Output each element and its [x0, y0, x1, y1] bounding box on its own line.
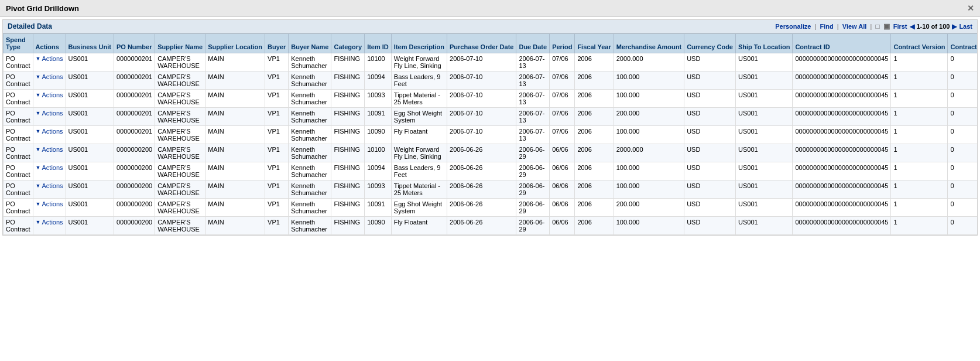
cell-period: 07/06 — [550, 90, 575, 108]
cell-actions[interactable]: ▼Actions — [33, 199, 66, 217]
cell-actions[interactable]: ▼Actions — [33, 126, 66, 144]
cell-currency-code: USD — [684, 126, 736, 144]
cell-buyer: VP1 — [265, 217, 289, 235]
cell-supplier-location: MAIN — [205, 144, 265, 162]
actions-dropdown-arrow[interactable]: ▼ — [36, 92, 41, 98]
cell-merchandise-amount: 100.000 — [614, 90, 684, 108]
cell-contract-line-nbr: 0 — [948, 180, 977, 199]
panel-toolbar: Personalize | Find | View All | □ ▣ Firs… — [775, 22, 972, 30]
chart-icon[interactable]: ▣ — [883, 22, 890, 30]
cell-business-unit: US001 — [66, 126, 114, 144]
cell-supplier-location: MAIN — [205, 180, 265, 199]
actions-dropdown-arrow[interactable]: ▼ — [36, 165, 41, 171]
actions-link[interactable]: Actions — [42, 219, 63, 226]
cell-currency-code: USD — [684, 217, 736, 235]
cell-due-date: 2006-07-13 — [516, 90, 550, 108]
cell-period: 07/06 — [550, 53, 575, 71]
cell-spend-type: PO Contract — [4, 108, 33, 126]
actions-link[interactable]: Actions — [42, 200, 63, 207]
view-all-link[interactable]: View All — [842, 23, 867, 30]
cell-supplier-name: CAMPER'S WAREHOUSE — [155, 53, 205, 71]
cell-purchase-order-date: 2006-06-26 — [447, 217, 516, 235]
cell-contract-version: 1 — [891, 71, 948, 90]
cell-fiscal-year: 2006 — [575, 217, 614, 235]
actions-link[interactable]: Actions — [42, 55, 63, 62]
actions-cell: ▼Actions — [36, 110, 63, 117]
close-button[interactable]: ✕ — [967, 4, 974, 13]
cell-currency-code: USD — [684, 108, 736, 126]
cell-actions[interactable]: ▼Actions — [33, 144, 66, 162]
cell-actions[interactable]: ▼Actions — [33, 53, 66, 71]
cell-due-date: 2006-06-29 — [516, 217, 550, 235]
table-row: PO Contract▼ActionsUS0010000000201CAMPER… — [4, 108, 978, 126]
cell-spend-type: PO Contract — [4, 71, 33, 90]
find-link[interactable]: Find — [820, 23, 833, 30]
next-page-button[interactable]: ▶ — [952, 23, 957, 30]
actions-link[interactable]: Actions — [42, 146, 63, 153]
cell-fiscal-year: 2006 — [575, 126, 614, 144]
actions-dropdown-arrow[interactable]: ▼ — [36, 183, 41, 189]
actions-link[interactable]: Actions — [42, 91, 63, 98]
cell-item-id: 10093 — [365, 90, 392, 108]
actions-dropdown-arrow[interactable]: ▼ — [36, 56, 41, 62]
cell-category: FISHING — [331, 53, 365, 71]
cell-currency-code: USD — [684, 199, 736, 217]
cell-contract-version: 1 — [891, 90, 948, 108]
cell-actions[interactable]: ▼Actions — [33, 108, 66, 126]
cell-actions[interactable]: ▼Actions — [33, 90, 66, 108]
cell-spend-type: PO Contract — [4, 162, 33, 180]
cell-supplier-name: CAMPER'S WAREHOUSE — [155, 126, 205, 144]
cell-actions[interactable]: ▼Actions — [33, 162, 66, 180]
actions-cell: ▼Actions — [36, 91, 63, 98]
cell-item-description: Egg Shot Weight System — [391, 199, 447, 217]
cell-category: FISHING — [331, 180, 365, 199]
actions-link[interactable]: Actions — [42, 73, 63, 80]
cell-business-unit: US001 — [66, 108, 114, 126]
cell-contract-version: 1 — [891, 162, 948, 180]
cell-actions[interactable]: ▼Actions — [33, 71, 66, 90]
cell-item-id: 10091 — [365, 108, 392, 126]
cell-buyer: VP1 — [265, 144, 289, 162]
cell-item-id: 10094 — [365, 162, 392, 180]
personalize-link[interactable]: Personalize — [775, 23, 811, 30]
actions-dropdown-arrow[interactable]: ▼ — [36, 147, 41, 152]
prev-page-button[interactable]: ◀ — [910, 23, 914, 30]
last-page-button[interactable]: Last — [959, 23, 972, 30]
cell-contract-id: 00000000000000000000000045 — [793, 162, 891, 180]
cell-po-number: 0000000200 — [114, 199, 155, 217]
actions-link[interactable]: Actions — [42, 164, 63, 171]
actions-cell: ▼Actions — [36, 55, 63, 62]
col-header-ship-to-location: Ship To Location — [735, 34, 792, 53]
cell-contract-id: 00000000000000000000000045 — [793, 108, 891, 126]
cell-item-description: Fly Floatant — [391, 126, 447, 144]
cell-business-unit: US001 — [66, 180, 114, 199]
cell-ship-to-location: US001 — [735, 180, 792, 199]
cell-contract-version: 1 — [891, 199, 948, 217]
actions-link[interactable]: Actions — [42, 110, 63, 117]
cell-spend-type: PO Contract — [4, 126, 33, 144]
cell-item-id: 10093 — [365, 180, 392, 199]
actions-dropdown-arrow[interactable]: ▼ — [36, 128, 41, 134]
col-header-supplier-name: Supplier Name — [155, 34, 205, 53]
cell-actions[interactable]: ▼Actions — [33, 217, 66, 235]
cell-supplier-location: MAIN — [205, 126, 265, 144]
cell-supplier-location: MAIN — [205, 90, 265, 108]
grid-icon[interactable]: □ — [875, 22, 879, 30]
cell-currency-code: USD — [684, 144, 736, 162]
first-page-button[interactable]: First — [893, 23, 907, 30]
actions-dropdown-arrow[interactable]: ▼ — [36, 201, 41, 207]
cell-due-date: 2006-07-13 — [516, 53, 550, 71]
actions-dropdown-arrow[interactable]: ▼ — [36, 74, 41, 80]
cell-actions[interactable]: ▼Actions — [33, 180, 66, 199]
cell-contract-line-nbr: 0 — [948, 217, 977, 235]
cell-supplier-name: CAMPER'S WAREHOUSE — [155, 199, 205, 217]
actions-link[interactable]: Actions — [42, 128, 63, 135]
col-header-due-date: Due Date — [516, 34, 550, 53]
cell-buyer: VP1 — [265, 199, 289, 217]
cell-purchase-order-date: 2006-07-10 — [447, 126, 516, 144]
actions-link[interactable]: Actions — [42, 182, 63, 189]
col-header-actions: Actions — [33, 34, 66, 53]
actions-dropdown-arrow[interactable]: ▼ — [36, 219, 41, 225]
actions-dropdown-arrow[interactable]: ▼ — [36, 110, 41, 116]
cell-buyer-name: Kenneth Schumacher — [289, 126, 331, 144]
